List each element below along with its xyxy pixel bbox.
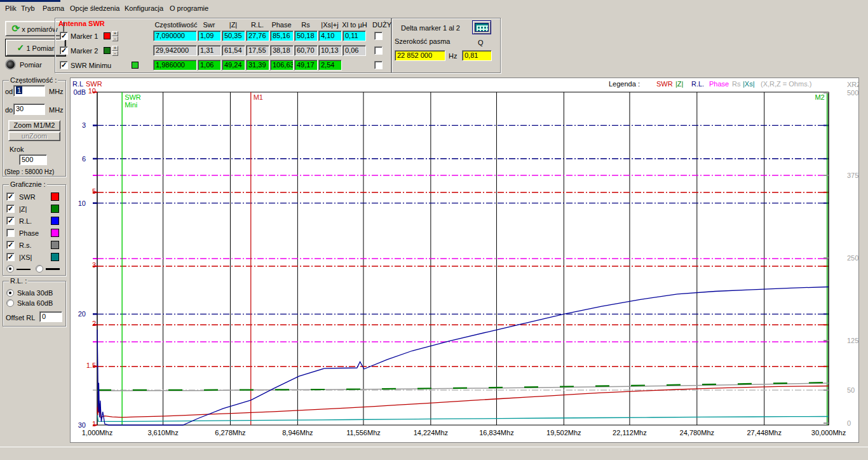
legend-item-rl: R.L. (691, 80, 704, 88)
menu-pasma[interactable]: Pasma (40, 4, 67, 13)
menu-tryb[interactable]: Tryb (18, 4, 37, 13)
freq-from-value: 1 (16, 86, 22, 94)
menu-opcje-sledzenia[interactable]: Opcje śledzenia (67, 4, 122, 13)
menu-konfiguracja[interactable]: Konfiguracja (122, 4, 166, 13)
freq-from-unit: MHz (49, 88, 64, 95)
calculator-button[interactable] (472, 20, 491, 34)
marker1-duzy-checkbox[interactable] (374, 32, 383, 40)
scale-60db-radio[interactable] (6, 299, 14, 307)
trace-z-checkbox[interactable]: ✓ (6, 205, 15, 213)
legend-item-z: |Z| (675, 80, 683, 88)
marker1-label: Marker 1 (71, 32, 98, 40)
freq-from-label: od (5, 88, 13, 95)
marker2-spin-down[interactable]: - (112, 51, 118, 56)
scale-30db-radio[interactable] (6, 289, 14, 297)
rl-axis-label: 3 (82, 121, 86, 129)
swr-chart[interactable]: 1,000Mhz3,610Mhz6,278Mhz8,946Mhz11,556Mh… (71, 78, 858, 442)
marker1-phase-field: 85,16 (270, 30, 294, 41)
marker1-spin-up[interactable]: + (112, 31, 118, 36)
marker2-uh-field: 0,06 (342, 45, 366, 56)
single-measure-label: 1 Pomiar (26, 44, 54, 52)
menu-o-programie[interactable]: O programie (167, 4, 211, 13)
swrmin-color-swatch (132, 62, 139, 69)
swrmin-swr-field: 1,06 (198, 60, 221, 71)
trace-z-label: |Z| (19, 205, 27, 213)
ohm-axis-label: 50 (847, 386, 855, 394)
step-field[interactable]: 500 (19, 154, 47, 165)
marker2-freq-field[interactable]: 29,942000 (153, 45, 197, 56)
col-header-swr: Swr (203, 21, 215, 29)
marker2-rl-field: 17,55 (246, 45, 269, 56)
freq-to-field[interactable]: 30 (13, 104, 45, 115)
swr-axis-label: 3 (92, 261, 96, 269)
x-axis-label: 3,610Mhz (147, 429, 178, 436)
marker2-rs-field: 60,70 (294, 45, 318, 56)
chart-marker-label: Mini (125, 101, 137, 109)
rl-axis-label: 6 (82, 155, 86, 163)
marker1-checkbox[interactable]: ✓ (60, 32, 68, 40)
freq-from-field[interactable]: 1 (13, 85, 45, 97)
trace-rs-label: R.s. (19, 241, 32, 249)
marker2-swr-field: 1,31 (198, 45, 221, 56)
marker1-z-field: 50,35 (222, 30, 245, 41)
trace-rs-swatch (51, 241, 59, 249)
menu-plik[interactable]: Plik (3, 4, 19, 13)
marker2-checkbox[interactable]: ✓ (60, 46, 68, 55)
traces-group-title: Graficznie : (9, 180, 47, 188)
trace-phase-checkbox[interactable] (6, 229, 15, 237)
col-header-xs: |Xs|+j (321, 21, 338, 29)
marker1-xs-field: 4,10 (318, 30, 342, 41)
marker1-rl-field: 27,76 (246, 30, 269, 41)
step-label: Krok (10, 145, 24, 153)
rl-scale-group-title: R.L. : (9, 277, 28, 285)
swr-axis-label: 5 (92, 187, 96, 195)
measure-led-label: Pomiar (20, 61, 42, 69)
marker1-spin-down[interactable]: - (112, 36, 118, 41)
scale-30db-label: Skala 30dB (17, 289, 53, 297)
ohm-axis-label: 250 (847, 254, 858, 262)
antenna-analyzer-window: Plik Tryb Pasma Opcje śledzenia Konfigur… (0, 0, 868, 460)
col-header-rl: R.L. (251, 21, 264, 29)
frequency-group-title: Częstotliwość : (9, 76, 58, 84)
swrmin-rs-field: 49,17 (294, 60, 318, 71)
marker2-spin-up[interactable]: + (112, 46, 118, 51)
marker-table-title: Antenna SWR (58, 20, 105, 27)
zoom-m1-m2-button[interactable]: Zoom M1/M2 (8, 120, 60, 131)
linestyle-solid-sample (17, 269, 31, 270)
chart-marker-label: M2 (815, 93, 824, 101)
freq-to-label: do (5, 106, 13, 114)
linestyle-alt-radio[interactable] (36, 265, 43, 273)
marker2-phase-field: 38,18 (270, 45, 294, 56)
marker1-rs-field: 50,18 (294, 30, 318, 41)
bandwidth-unit: Hz (449, 52, 457, 60)
trace-xs-checkbox[interactable]: ✓ (6, 253, 15, 261)
q-label: Q (478, 39, 484, 46)
x-axis-label: 8,946Mhz (282, 429, 313, 436)
bandwidth-label: Szerokość pasma (395, 37, 450, 45)
swrmin-rl-field: 31,39 (246, 60, 269, 71)
col-header-rs: Rs (301, 21, 309, 29)
check-icon: ✓ (17, 43, 25, 53)
ohm-axis-label: 375 (847, 172, 858, 179)
trace-rl-label: R.L. (19, 217, 32, 225)
rl-axis-label: 10 (78, 200, 86, 207)
marker2-duzy-checkbox[interactable] (374, 46, 383, 55)
marker1-swr-field: 1,09 (198, 30, 221, 41)
swrmin-checkbox[interactable]: ✓ (60, 61, 68, 69)
swrmin-duzy-checkbox[interactable] (374, 61, 383, 69)
marker1-uh-field: 0,11 (342, 30, 366, 41)
offset-rl-label: Offset RL (6, 314, 35, 321)
x-axis-label: 6,278Mhz (215, 429, 245, 436)
unzoom-button[interactable]: unZoom (8, 132, 60, 141)
trace-rs-checkbox[interactable]: ✓ (6, 241, 15, 249)
col-header-xl-uh: Xl to µH (342, 21, 367, 29)
chart-marker-label: SWR (125, 93, 141, 101)
refresh-icon: ⟳ (12, 23, 20, 34)
marker1-freq-field[interactable]: 7,090000 (153, 30, 197, 41)
offset-rl-field[interactable]: 0 (39, 311, 62, 322)
col-header-duzy: DUŻY (372, 21, 391, 29)
trace-swr-checkbox[interactable]: ✓ (6, 193, 15, 201)
linestyle-solid-radio[interactable] (6, 265, 14, 273)
trace-rl-checkbox[interactable]: ✓ (6, 217, 15, 225)
legend-title: Legenda : (609, 80, 640, 88)
